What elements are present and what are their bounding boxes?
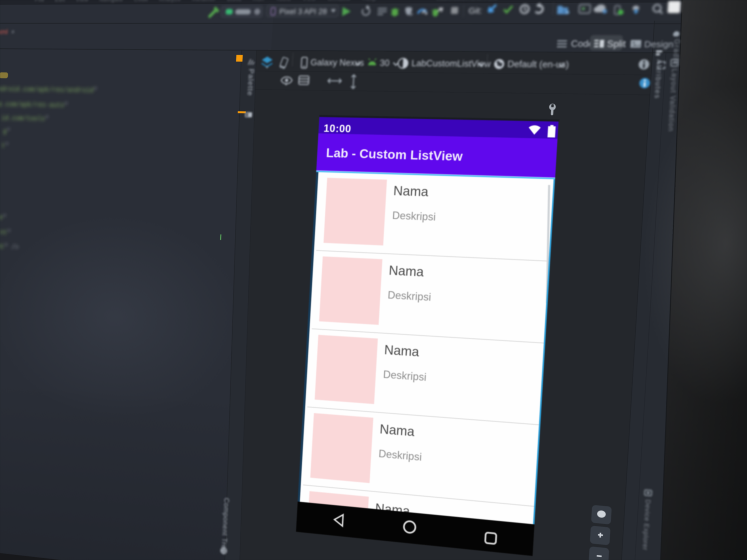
svg-text:Git:: Git: [468, 6, 483, 16]
svg-text:Pixel 3 API 28: Pixel 3 API 28 [279, 7, 327, 16]
